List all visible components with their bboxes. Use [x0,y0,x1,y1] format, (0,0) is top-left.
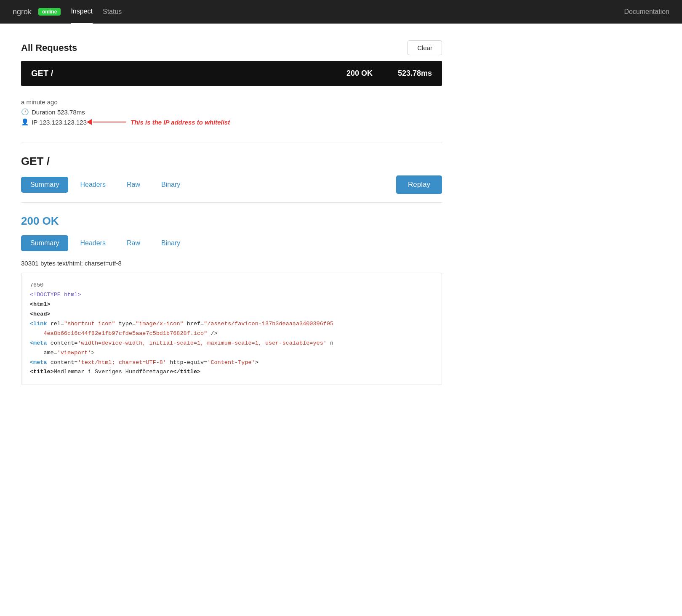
all-requests-title: All Requests [21,42,77,53]
replay-button[interactable]: Replay [396,175,442,194]
user-icon: 👤 [21,118,29,126]
code-line-doctype: <!DOCTYPE html> [30,290,433,300]
clock-icon: 🕐 [21,108,29,116]
request-time: a minute ago [21,98,442,106]
request-section-title: GET / [21,155,442,168]
navbar: ngrok online Inspect Status Documentatio… [0,0,682,24]
response-tabs: Summary Headers Raw Binary [21,235,189,251]
ip-annotation: This is the IP address to whitelist [87,119,230,126]
code-line-head: <head> [30,310,433,319]
divider-2 [21,202,442,203]
tab-request-raw[interactable]: Raw [117,177,149,193]
ip-label: IP [32,119,37,126]
request-duration-meta: 🕐 Duration 523.78ms [21,108,442,116]
arrow-line [87,119,126,125]
tab-response-binary[interactable]: Binary [152,235,189,251]
response-section-title: 200 OK [21,215,442,228]
divider-1 [21,143,442,143]
code-line-html: <html> [30,300,433,310]
response-tabs-row: Summary Headers Raw Binary [21,235,442,251]
annotation-text: This is the IP address to whitelist [131,119,230,126]
request-status: 200 OK [346,69,373,78]
code-line-meta1: <meta content='width=device-width, initi… [30,339,433,358]
clear-button[interactable]: Clear [408,40,442,55]
request-tabs: Summary Headers Raw Binary [21,177,189,193]
tab-request-binary[interactable]: Binary [152,177,189,193]
duration-value: 523.78ms [57,109,85,116]
request-ip-meta: 👤 IP 123.123.123.123 This is the IP addr… [21,118,442,126]
request-duration: 523.78ms [398,69,432,78]
arrow-head-icon [87,119,92,125]
code-line-title: <title>Medlemmar i Sveriges Hundföretaga… [30,367,433,377]
response-body-info: 30301 bytes text/html; charset=utf-8 [21,260,442,267]
all-requests-header: All Requests Clear [21,40,442,55]
code-block: 7650 <!DOCTYPE html> <html> <head> <link… [21,273,442,385]
status-badge: online [38,8,61,16]
request-method-path: GET / [31,69,346,78]
meta-info: a minute ago 🕐 Duration 523.78ms 👤 IP 12… [21,94,442,134]
duration-label: Duration [32,109,56,116]
nav-inspect[interactable]: Inspect [71,0,93,24]
arrow-shaft [93,122,126,122]
code-line-meta2: <meta content='text/html; charset=UTF-8'… [30,358,433,368]
tab-response-raw[interactable]: Raw [117,235,149,251]
tab-request-summary[interactable]: Summary [21,177,68,193]
brand-logo: ngrok [13,8,32,16]
tab-response-summary[interactable]: Summary [21,235,68,251]
nav-documentation[interactable]: Documentation [624,0,669,23]
nav-status[interactable]: Status [103,0,122,23]
request-row[interactable]: GET / 200 OK 523.78ms [21,61,442,86]
ip-value: 123.123.123.123 [39,119,87,126]
main-content: All Requests Clear GET / 200 OK 523.78ms… [0,24,463,402]
tab-response-headers[interactable]: Headers [71,235,115,251]
code-line-link: <link rel="shortcut icon" type="image/x-… [30,319,433,339]
request-tabs-row: Summary Headers Raw Binary Replay [21,175,442,194]
tab-request-headers[interactable]: Headers [71,177,115,193]
code-line-num: 7650 [30,281,433,290]
